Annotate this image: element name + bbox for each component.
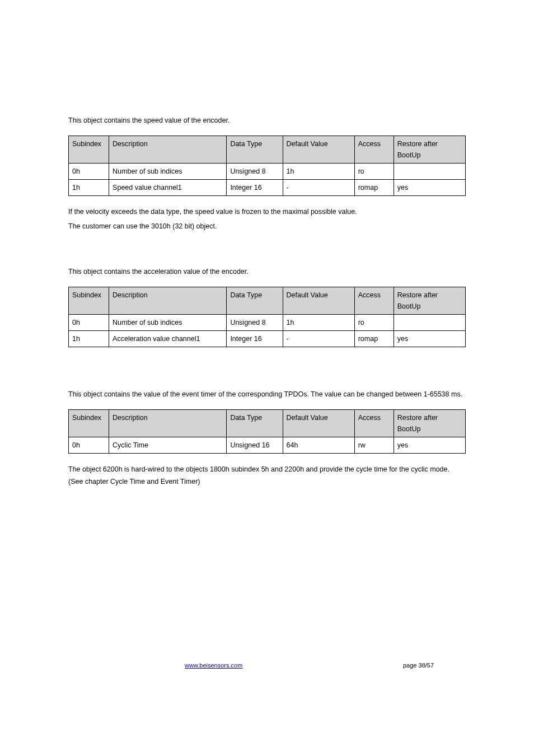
cell: ro — [354, 164, 394, 180]
footer-link[interactable]: www.beisensors.com — [185, 662, 242, 669]
cell: Acceleration value channel1 — [109, 331, 227, 347]
cell — [394, 315, 465, 331]
th-access: Access — [354, 136, 394, 164]
th-default: Default Value — [283, 136, 354, 164]
cell: - — [283, 180, 354, 196]
th-restore: Restore after BootUp — [394, 287, 465, 315]
cell: 1h — [283, 315, 354, 331]
th-subindex: Subindex — [69, 136, 109, 164]
table-row: 0h Number of sub indices Unsigned 8 1h r… — [69, 315, 466, 331]
cell: 0h — [69, 437, 109, 454]
cell: romap — [354, 331, 394, 347]
th-default: Default Value — [283, 410, 354, 437]
th-default: Default Value — [283, 287, 354, 315]
section1-note2: The customer can use the 3010h (32 bit) … — [68, 221, 466, 232]
cell: yes — [394, 331, 465, 347]
th-datatype: Data Type — [227, 287, 283, 315]
cell: 0h — [69, 164, 109, 180]
cell: yes — [394, 437, 465, 454]
section3-note: The object 6200h is hard-wired to the ob… — [68, 464, 466, 488]
section1-note1: If the velocity exceeds the data type, t… — [68, 206, 466, 218]
th-datatype: Data Type — [227, 410, 283, 437]
cell: 0h — [69, 315, 109, 331]
cell: 1h — [283, 164, 354, 180]
th-access: Access — [354, 287, 394, 315]
table-row: 1h Acceleration value channel1 Integer 1… — [69, 331, 466, 347]
cell: Number of sub indices — [109, 164, 227, 180]
th-datatype: Data Type — [227, 136, 283, 164]
cell: 1h — [69, 180, 109, 196]
cell: rw — [354, 437, 394, 454]
cell: Unsigned 8 — [227, 315, 283, 331]
cell: Integer 16 — [227, 331, 283, 347]
cell: Speed value channel1 — [109, 180, 227, 196]
table-cyclic: Subindex Description Data Type Default V… — [68, 409, 466, 454]
th-access: Access — [354, 410, 394, 437]
th-restore: Restore after BootUp — [394, 410, 465, 437]
th-description: Description — [109, 287, 227, 315]
cell: - — [283, 331, 354, 347]
table-acceleration: Subindex Description Data Type Default V… — [68, 287, 466, 347]
cell: Unsigned 8 — [227, 164, 283, 180]
cell: Number of sub indices — [109, 315, 227, 331]
th-restore: Restore after BootUp — [394, 136, 465, 164]
cell: Unsigned 16 — [227, 437, 283, 454]
table-row: 1h Speed value channel1 Integer 16 - rom… — [69, 180, 466, 196]
table-row: 0h Cyclic Time Unsigned 16 64h rw yes — [69, 437, 466, 454]
section1-intro: This object contains the speed value of … — [68, 115, 466, 127]
cell: Cyclic Time — [109, 437, 227, 454]
footer-page-number: page 38/57 — [403, 662, 434, 669]
th-subindex: Subindex — [69, 287, 109, 315]
section2-intro: This object contains the acceleration va… — [68, 266, 466, 278]
th-subindex: Subindex — [69, 410, 109, 437]
th-description: Description — [109, 136, 227, 164]
cell — [394, 164, 465, 180]
table-row: 0h Number of sub indices Unsigned 8 1h r… — [69, 164, 466, 180]
table-speed: Subindex Description Data Type Default V… — [68, 136, 466, 196]
th-description: Description — [109, 410, 227, 437]
section3-intro: This object contains the value of the ev… — [68, 389, 466, 400]
cell: romap — [354, 180, 394, 196]
cell: 1h — [69, 331, 109, 347]
cell: ro — [354, 315, 394, 331]
cell: Integer 16 — [227, 180, 283, 196]
cell: yes — [394, 180, 465, 196]
cell: 64h — [283, 437, 354, 454]
